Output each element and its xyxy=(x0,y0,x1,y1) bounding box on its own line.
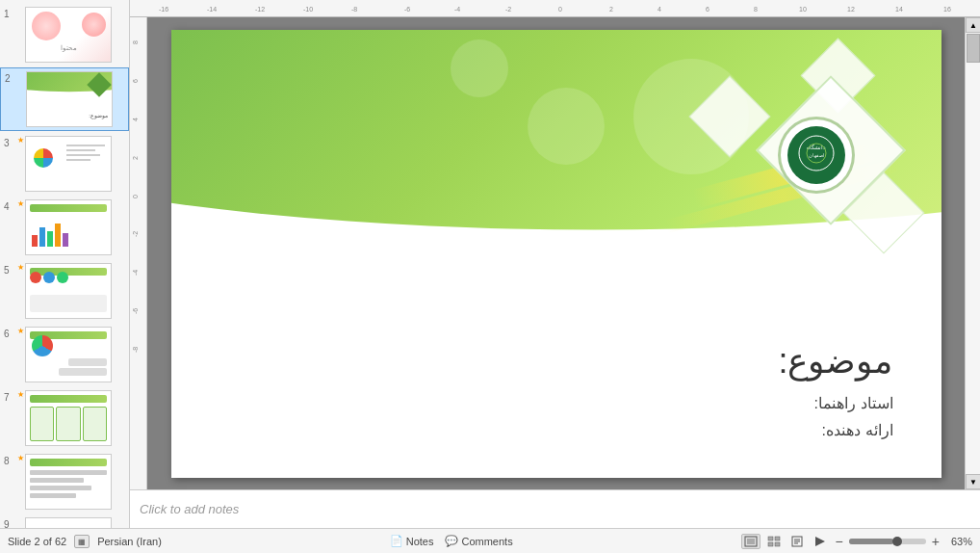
svg-text:8: 8 xyxy=(754,6,758,13)
slide-preview-3 xyxy=(25,136,112,192)
slide-icon-button[interactable]: ▦ xyxy=(74,535,90,548)
svg-rect-34 xyxy=(768,537,773,540)
svg-text:2: 2 xyxy=(132,156,139,160)
zoom-fill xyxy=(849,539,893,544)
ruler-left: 8 6 4 2 0 -2 -4 -6 -8 xyxy=(130,17,147,489)
slide-thumb-1[interactable]: 1 محتوا xyxy=(0,4,129,66)
svg-text:-6: -6 xyxy=(404,6,410,13)
svg-text:-8: -8 xyxy=(351,6,357,13)
ruler-top: -16 -14 -12 -10 -8 -6 -4 -2 0 2 4 6 8 10… xyxy=(130,0,980,17)
comments-label: Comments xyxy=(461,536,512,547)
slide-preview-7 xyxy=(25,390,112,446)
svg-text:-8: -8 xyxy=(132,347,139,353)
svg-text:14: 14 xyxy=(895,6,903,13)
slide-thumb-8[interactable]: 8 ★ xyxy=(0,451,129,513)
app-container: 1 محتوا 2 موضو xyxy=(0,0,980,553)
slide-thumb-9[interactable]: 9 xyxy=(0,514,129,528)
zoom-thumb xyxy=(892,537,902,546)
reading-view-button[interactable] xyxy=(787,534,807,549)
glow-circle-3 xyxy=(451,40,508,97)
svg-rect-33 xyxy=(747,539,755,544)
slide-preview-9 xyxy=(25,517,112,528)
comments-icon: 💬 xyxy=(445,535,458,547)
notes-label: Notes xyxy=(406,536,434,547)
svg-text:-10: -10 xyxy=(303,6,313,13)
svg-text:-16: -16 xyxy=(159,6,168,13)
svg-text:-14: -14 xyxy=(207,6,217,13)
slide-panel[interactable]: 1 محتوا 2 موضو xyxy=(0,0,130,528)
slide-workspace[interactable]: دانشگاه اصفهان موضوع: استاد راهنما: xyxy=(147,17,965,489)
comments-button[interactable]: 💬 Comments xyxy=(445,535,512,547)
status-left: Slide 2 of 62 ▦ Persian (Iran) xyxy=(8,535,162,548)
workspace-with-ruler: -16 -14 -12 -10 -8 -6 -4 -2 0 2 4 6 8 10… xyxy=(130,0,980,528)
svg-text:2: 2 xyxy=(609,6,613,13)
svg-rect-36 xyxy=(768,542,773,546)
notes-icon: 📄 xyxy=(390,535,403,547)
status-right: − + 63% xyxy=(741,534,972,549)
scroll-up-button[interactable]: ▲ xyxy=(966,17,980,33)
slide-thumb-7[interactable]: 7 ★ xyxy=(0,387,129,449)
slide-preview-8 xyxy=(25,454,112,510)
svg-text:16: 16 xyxy=(943,6,951,13)
slideshow-button[interactable] xyxy=(811,534,830,549)
normal-view-button[interactable] xyxy=(741,534,761,549)
svg-rect-37 xyxy=(775,542,780,546)
slide-thumb-5[interactable]: 5 ★ xyxy=(0,260,129,322)
glow-circle-2 xyxy=(528,88,605,165)
slide-info: Slide 2 of 62 xyxy=(8,536,66,547)
slide-thumb-4[interactable]: 4 ★ xyxy=(0,197,129,258)
slide-thumb-2[interactable]: 2 موضوع: xyxy=(0,67,129,131)
slide-thumb-6[interactable]: 6 ★ xyxy=(0,324,129,385)
svg-text:-12: -12 xyxy=(255,6,265,13)
status-center: 📄 Notes 💬 Comments xyxy=(390,535,513,547)
notes-placeholder: Click to add notes xyxy=(140,502,239,516)
notes-area[interactable]: Click to add notes xyxy=(130,489,980,528)
slide-thumb-3[interactable]: 3 ★ xyxy=(0,133,129,195)
svg-rect-35 xyxy=(775,537,780,540)
zoom-slider[interactable] xyxy=(849,539,926,544)
slide-preview-1: محتوا xyxy=(25,7,112,63)
svg-text:-4: -4 xyxy=(454,6,460,13)
language-label: Persian (Iran) xyxy=(97,536,162,547)
slide-preview-5 xyxy=(25,263,112,319)
svg-text:4: 4 xyxy=(658,6,661,13)
slide-sorter-button[interactable] xyxy=(764,534,784,549)
svg-text:6: 6 xyxy=(132,79,139,83)
scrollbar-track[interactable] xyxy=(966,33,980,474)
slide-presenter-label: ارائه دهنده: xyxy=(822,421,893,439)
zoom-minus-button[interactable]: − xyxy=(834,534,845,549)
svg-text:0: 0 xyxy=(558,6,562,13)
svg-text:0: 0 xyxy=(132,195,139,198)
logo-inner: دانشگاه اصفهان xyxy=(787,126,845,184)
slide-preview-4 xyxy=(25,199,112,255)
main-area: 1 محتوا 2 موضو xyxy=(0,0,980,528)
scroll-down-button[interactable]: ▼ xyxy=(966,474,980,489)
diamond-top-left xyxy=(688,75,770,157)
slide-logo: دانشگاه اصفهان xyxy=(778,117,855,194)
scrollbar-right: ▲ ▼ xyxy=(965,17,980,489)
svg-text:-2: -2 xyxy=(132,231,139,237)
svg-marker-42 xyxy=(815,537,825,546)
slide-preview-6 xyxy=(25,327,112,382)
notes-button[interactable]: 📄 Notes xyxy=(390,535,434,547)
slide-title: موضوع: xyxy=(778,341,892,382)
svg-text:6: 6 xyxy=(706,6,709,13)
svg-text:4: 4 xyxy=(132,118,139,121)
slide-preview-2: موضوع: xyxy=(26,71,113,127)
slide-instructor-label: استاد راهنما: xyxy=(814,394,893,412)
svg-text:-4: -4 xyxy=(132,270,139,276)
svg-text:-6: -6 xyxy=(132,308,139,314)
svg-text:8: 8 xyxy=(132,40,139,44)
zoom-percent-label: 63% xyxy=(945,536,972,547)
svg-text:10: 10 xyxy=(799,6,807,13)
logo-text: دانشگاه اصفهان xyxy=(797,134,836,175)
main-slide[interactable]: دانشگاه اصفهان موضوع: استاد راهنما: xyxy=(171,30,941,478)
zoom-plus-button[interactable]: + xyxy=(930,534,941,549)
status-bar: Slide 2 of 62 ▦ Persian (Iran) 📄 Notes 💬… xyxy=(0,528,980,553)
diamond-group xyxy=(653,49,922,338)
scrollbar-thumb[interactable] xyxy=(967,34,980,63)
svg-text:-2: -2 xyxy=(505,6,511,13)
svg-text:12: 12 xyxy=(847,6,855,13)
workspace-row: 8 6 4 2 0 -2 -4 -6 -8 xyxy=(130,17,980,489)
